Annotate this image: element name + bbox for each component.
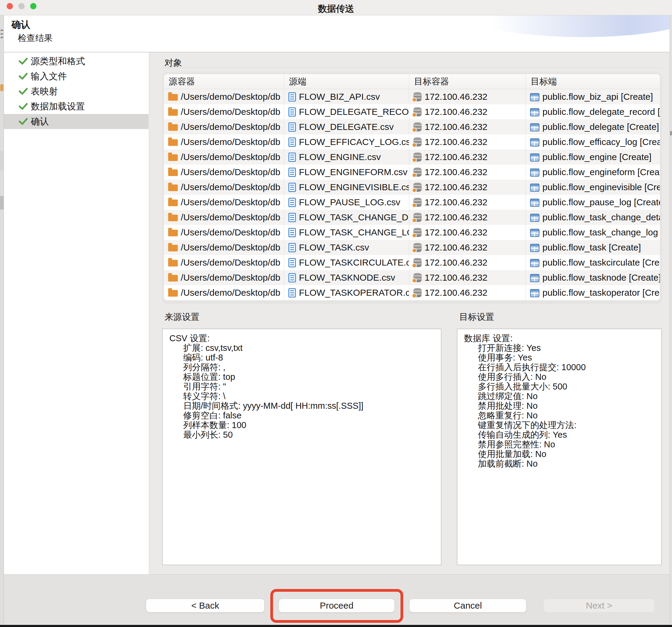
back-button[interactable]: < Back <box>146 599 265 612</box>
source-container-cell: /Users/demo/Desktop/db <box>181 92 280 102</box>
target-container-cell: 172.100.46.232 <box>425 242 487 253</box>
table-row[interactable]: /Users/demo/Desktop/db FLOW_TASKCIRCULAT… <box>164 255 660 270</box>
folder-icon <box>168 230 178 236</box>
source-container-cell: /Users/demo/Desktop/db <box>181 152 280 162</box>
step-input-files[interactable]: 输入文件 <box>4 69 148 84</box>
target-table-cell: public.flow_pause_log [Create] <box>543 197 660 207</box>
source-container-cell: /Users/demo/Desktop/db <box>181 287 280 298</box>
source-file-cell: FLOW_BIZ_API.csv <box>299 92 380 102</box>
column-header-source[interactable]: 源端 <box>284 74 409 89</box>
source-file-cell: FLOW_EFFICACY_LOG.csv <box>299 137 409 147</box>
csv-file-icon <box>288 213 296 222</box>
folder-icon <box>168 260 178 266</box>
title-bar: 数据传送 <box>0 0 672 15</box>
screen-bottom-edge <box>0 625 672 627</box>
target-table-cell: public.flow_engine [Create] <box>543 152 651 162</box>
target-container-cell: 172.100.46.232 <box>425 122 487 132</box>
step-label: 输入文件 <box>31 70 67 83</box>
database-icon <box>413 183 422 192</box>
target-container-cell: 172.100.46.232 <box>425 257 487 268</box>
column-header-target[interactable]: 目标端 <box>526 74 660 89</box>
wizard-banner: 确认 检查结果 <box>4 15 670 52</box>
folder-icon <box>168 215 178 221</box>
database-icon <box>413 228 422 237</box>
step-source-type-format[interactable]: 源类型和格式 <box>4 54 148 69</box>
source-settings-label: 来源设置 <box>165 311 199 323</box>
source-file-cell: FLOW_TASKNODE.csv <box>299 273 395 283</box>
source-container-cell: /Users/demo/Desktop/db <box>181 242 280 253</box>
objects-section-label: 对象 <box>165 57 182 69</box>
table-icon <box>530 123 539 132</box>
folder-icon <box>168 124 178 131</box>
table-row[interactable]: /Users/demo/Desktop/db FLOW_PAUSE_LOG.cs… <box>164 195 660 210</box>
source-file-cell: FLOW_TASK_CHANGE_DETAIL.csv <box>299 212 409 223</box>
source-file-cell: FLOW_TASKOPERATOR.csv <box>299 287 409 298</box>
target-table-cell: public.flow_delegate [Create] <box>543 122 659 132</box>
csv-file-icon <box>288 273 296 282</box>
database-icon <box>413 92 422 101</box>
step-data-load-settings[interactable]: 数据加载设置 <box>4 99 148 114</box>
csv-file-icon <box>288 243 296 252</box>
csv-file-icon <box>288 107 296 117</box>
edge-mark <box>0 85 3 91</box>
banner-swoosh-decoration <box>468 15 670 37</box>
source-container-cell: /Users/demo/Desktop/db <box>181 197 280 207</box>
source-file-cell: FLOW_TASK_CHANGE_LOG.csv <box>299 227 409 237</box>
wizard-page-title: 确认 <box>11 18 30 31</box>
table-row[interactable]: /Users/demo/Desktop/db FLOW_DELEGATE_REC… <box>164 104 660 119</box>
proceed-button[interactable]: Proceed <box>279 599 395 612</box>
table-row[interactable]: /Users/demo/Desktop/db FLOW_ENGINEVISIBL… <box>164 180 660 195</box>
source-file-cell: FLOW_DELEGATE.csv <box>299 122 394 132</box>
source-settings-panel: CSV 设置: 扩展: csv,tsv,txt 编码: utf-8 列分隔符: … <box>162 329 441 565</box>
target-table-cell: public.flow_task_change_detail [Create] <box>543 212 660 223</box>
setting-line: 日期/时间格式: yyyy-MM-dd[ HH:mm:ss[.SSS]] <box>169 401 438 411</box>
table-row[interactable]: /Users/demo/Desktop/db FLOW_TASKOPERATOR… <box>164 285 660 300</box>
source-container-cell: /Users/demo/Desktop/db <box>181 227 280 237</box>
table-row[interactable]: /Users/demo/Desktop/db FLOW_DELEGATE.csv… <box>164 119 660 135</box>
source-container-cell: /Users/demo/Desktop/db <box>181 212 280 223</box>
database-icon <box>413 243 422 252</box>
step-table-mapping[interactable]: 表映射 <box>4 84 148 99</box>
table-row[interactable]: /Users/demo/Desktop/db FLOW_TASKNODE.csv… <box>164 270 660 285</box>
table-row[interactable]: /Users/demo/Desktop/db FLOW_TASK_CHANGE_… <box>164 210 660 225</box>
table-icon <box>530 289 539 297</box>
target-container-cell: 172.100.46.232 <box>425 167 487 177</box>
target-settings-panel: 数据库 设置: 打开新连接: Yes 使用事务: Yes 在行插入后执行提交: … <box>457 329 662 565</box>
setting-line: 列分隔符: , <box>169 362 438 372</box>
table-icon <box>530 214 539 222</box>
table-icon <box>530 108 539 116</box>
setting-line: 转义字符: \ <box>169 391 438 401</box>
csv-file-icon <box>288 228 296 237</box>
table-row[interactable]: /Users/demo/Desktop/db FLOW_TASK.csv 172… <box>164 240 660 255</box>
database-icon <box>413 273 422 282</box>
table-row[interactable]: /Users/demo/Desktop/db FLOW_BIZ_API.csv … <box>164 89 660 104</box>
table-row[interactable]: /Users/demo/Desktop/db FLOW_ENGINEFORM.c… <box>164 165 660 180</box>
section-divider <box>162 68 662 68</box>
setting-line: 使用多行插入: No <box>464 372 659 381</box>
database-icon <box>413 122 422 132</box>
cancel-button[interactable]: Cancel <box>409 599 526 612</box>
setting-line: 禁用参照完整性: No <box>464 440 659 449</box>
step-confirm[interactable]: 确认 <box>4 114 148 129</box>
next-button[interactable]: Next > <box>543 599 655 612</box>
table-row[interactable]: /Users/demo/Desktop/db FLOW_TASK_CHANGE_… <box>164 225 660 240</box>
column-header-target-container[interactable]: 目标容器 <box>409 74 526 89</box>
check-icon <box>18 85 28 95</box>
target-container-cell: 172.100.46.232 <box>425 273 487 283</box>
source-container-cell: /Users/demo/Desktop/db <box>181 273 280 283</box>
edge-mark <box>1 29 3 31</box>
csv-file-icon <box>288 122 296 132</box>
table-row[interactable]: /Users/demo/Desktop/db FLOW_EFFICACY_LOG… <box>164 135 660 149</box>
column-header-source-container[interactable]: 源容器 <box>164 74 284 89</box>
setting-line: 最小列长: 50 <box>169 430 438 440</box>
source-file-cell: FLOW_PAUSE_LOG.csv <box>299 197 400 207</box>
window-title: 数据传送 <box>0 3 672 15</box>
table-row[interactable]: /Users/demo/Desktop/db FLOW_ENGINE.csv 1… <box>164 149 660 165</box>
source-file-cell: FLOW_ENGINEVISIBLE.csv <box>299 182 409 192</box>
check-icon <box>18 115 28 125</box>
check-icon <box>18 100 28 110</box>
table-icon <box>530 93 539 101</box>
target-table-cell: public.flow_task_change_log [Create] <box>543 227 660 237</box>
csv-file-icon <box>288 168 296 177</box>
folder-icon <box>168 290 178 297</box>
